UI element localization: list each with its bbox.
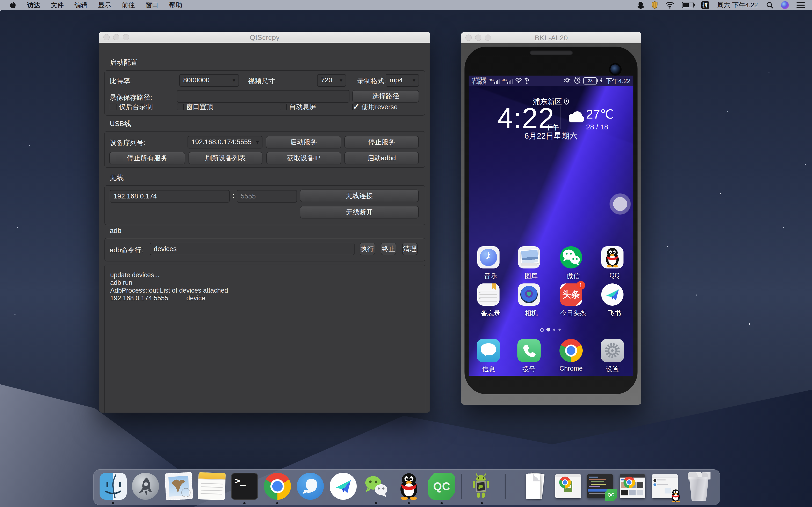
dock-terminal[interactable]: >_ [231, 473, 258, 500]
dock-android-scrcpy[interactable] [468, 473, 495, 500]
checkbox-background-record[interactable]: 仅后台录制 [110, 103, 153, 111]
serial-combobox[interactable]: 192.168.0.174:5555 [188, 136, 262, 149]
app-settings[interactable] [601, 339, 624, 362]
signal-3g-icon: 3G [489, 78, 500, 84]
carrier-1: 优酷移动 [472, 77, 487, 81]
menu-go[interactable]: 前往 [116, 0, 140, 10]
dock-minimized-window-qq[interactable] [652, 474, 678, 498]
app-toutiao[interactable]: 头条 1 [560, 283, 582, 306]
app-label: 拨号 [508, 365, 550, 374]
siri-icon[interactable] [777, 0, 793, 10]
dock-qq[interactable] [395, 473, 422, 500]
app-notes[interactable] [477, 283, 500, 306]
checkbox-use-reverse[interactable]: 使用reverse [352, 103, 398, 111]
dock-trash[interactable] [686, 471, 712, 502]
app-camera[interactable] [518, 283, 540, 306]
weather-high-low: 28 / 18 [586, 123, 608, 131]
menu-file[interactable]: 文件 [45, 0, 69, 10]
dock-notes[interactable] [198, 473, 225, 500]
adb-kill-button[interactable]: 终止 [381, 243, 396, 255]
record-format-combobox[interactable]: mp4 [386, 74, 419, 87]
dock-wechat[interactable] [362, 473, 390, 500]
menu-finder[interactable]: 访达 [22, 0, 45, 10]
active-page-dot [546, 328, 550, 332]
refresh-devices-button[interactable]: 刷新设备列表 [189, 152, 262, 164]
qq-menubar-icon[interactable] [633, 0, 648, 10]
home-bulb-dot [540, 328, 544, 332]
running-dot-chrome [276, 502, 278, 504]
dock-launchpad[interactable] [132, 473, 159, 500]
section-usb: USB线 [110, 119, 131, 129]
android-status-bar: 优酷移动 中国联通 3G 4G [469, 75, 633, 86]
carrier-2: 中国联通 [472, 81, 487, 85]
app-feishu[interactable] [601, 283, 623, 306]
apple-menu[interactable] [0, 0, 22, 10]
qq-badge-icon [670, 489, 681, 501]
start-adbd-button[interactable]: 启动adbd [344, 152, 419, 164]
app-wechat[interactable] [560, 246, 582, 269]
input-method-icon[interactable]: 拼 [698, 0, 713, 10]
notification-center-icon[interactable] [793, 0, 812, 10]
wifi-menubar-icon[interactable] [662, 0, 678, 10]
stop-service-button[interactable]: 停止服务 [344, 136, 419, 149]
dock-paper-plane-app[interactable] [329, 473, 357, 500]
choose-path-button[interactable]: 选择路径 [352, 90, 419, 103]
dock-finder[interactable] [100, 473, 126, 500]
app-qq[interactable] [601, 246, 623, 269]
section-wireless: 无线 [110, 173, 124, 183]
window-title: QtScrcpy [99, 33, 430, 42]
phone-screen[interactable]: 优酷移动 中国联通 3G 4G [469, 75, 633, 376]
get-device-ip-button[interactable]: 获取设备IP [266, 152, 341, 164]
wireless-disconnect-button[interactable]: 无线断开 [300, 206, 419, 219]
dock-minimized-window-chrome-2[interactable] [620, 474, 645, 498]
stop-all-services-button[interactable]: 停止所有服务 [109, 152, 185, 164]
adb-clear-button[interactable]: 清理 [402, 243, 418, 255]
menu-window[interactable]: 窗口 [140, 0, 164, 10]
phone-window-titlebar[interactable]: BKL-AL20 [461, 32, 642, 44]
dock-minimized-window-chrome[interactable]: 坤 [555, 474, 581, 498]
video-size-combobox[interactable]: 720 [317, 74, 346, 87]
save-path-input[interactable] [177, 90, 349, 103]
app-dialer[interactable] [517, 339, 541, 362]
wireless-port-input[interactable] [237, 190, 297, 203]
app-gallery[interactable] [518, 246, 540, 269]
phone-handset-icon [522, 343, 536, 358]
dock-chrome[interactable] [264, 473, 291, 500]
dock-separator [505, 474, 506, 499]
weather-cloud-icon[interactable] [566, 110, 585, 124]
dock-mail[interactable] [165, 473, 192, 500]
app-messages[interactable] [477, 339, 500, 362]
menubar-clock[interactable]: 周六 下午4:22 [713, 0, 762, 10]
menu-edit[interactable]: 编辑 [69, 0, 93, 10]
start-service-button[interactable]: 启动服务 [266, 136, 341, 149]
menu-help[interactable]: 帮助 [164, 0, 188, 10]
alarm-icon [574, 77, 581, 85]
weather-temperature: 27℃ [586, 107, 614, 121]
log-output[interactable]: update devices... adb run AdbProcess::ou… [104, 265, 425, 412]
spotlight-icon[interactable] [762, 0, 777, 10]
phone-window-body: 优酷移动 中国联通 3G 4G [461, 43, 642, 405]
checkbox-auto-screen-off[interactable]: 自动息屏 [280, 103, 316, 111]
shield-menubar-icon[interactable] [648, 0, 662, 10]
app-music[interactable]: ♪ [477, 246, 500, 269]
dock-qtscrcpy[interactable]: QC [428, 473, 455, 500]
dock-documents-stack[interactable] [522, 473, 549, 500]
qtscrcpy-titlebar[interactable]: QtScrcpy [99, 32, 430, 43]
bitrate-combobox[interactable]: 8000000 [179, 74, 239, 87]
battery-menubar-icon[interactable] [678, 0, 698, 10]
checkbox-window-on-top[interactable]: 窗口置顶 [177, 103, 213, 111]
dock-minimized-window-qtscrcpy[interactable]: QC [587, 474, 613, 498]
running-dot-wechat [375, 502, 377, 504]
adb-command-input[interactable] [150, 243, 355, 255]
wireless-connect-button[interactable]: 无线连接 [300, 189, 419, 202]
menu-view[interactable]: 显示 [93, 0, 116, 10]
app-chrome[interactable] [559, 339, 582, 362]
dock-sea-lion-app[interactable] [297, 473, 324, 500]
app-label: 今日头条 [553, 309, 594, 318]
log-line: update devices... [110, 271, 159, 279]
adb-run-button[interactable]: 执行 [360, 243, 375, 255]
assistive-touch-ball[interactable] [613, 197, 627, 211]
apple-icon [10, 1, 16, 9]
wireless-ip-input[interactable] [110, 190, 230, 203]
checkbox-label: 窗口置顶 [186, 102, 213, 112]
